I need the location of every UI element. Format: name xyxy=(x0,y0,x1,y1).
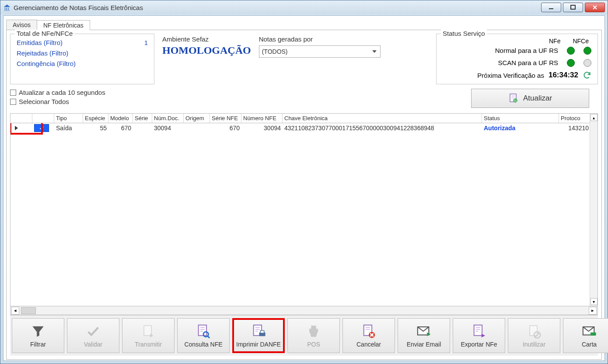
group-totals: Total de NFe/NFCe Emitidas (Filtro)1 Rej… xyxy=(10,34,154,84)
col-serie-nfe[interactable]: Série NFE xyxy=(210,114,241,123)
col-especie[interactable]: Espécie xyxy=(83,114,108,123)
document-cancel-icon xyxy=(361,323,376,339)
scroll-left-icon[interactable]: ◂ xyxy=(11,307,19,315)
cell-serie-nfe: 670 xyxy=(210,125,241,132)
table-row[interactable]: Saída 55 670 30094 670 30094 43211082373… xyxy=(10,123,598,133)
btn-imprimir-danfe[interactable]: Imprimir DANFE xyxy=(232,318,285,353)
cell-tipo: Saída xyxy=(54,125,83,132)
close-button[interactable] xyxy=(585,3,605,12)
svg-rect-13 xyxy=(474,325,482,336)
cell-protocolo: 143210 xyxy=(559,125,591,132)
atualizar-button[interactable]: Atualizar xyxy=(471,89,589,108)
maximize-button[interactable] xyxy=(563,3,583,12)
col-chave[interactable]: Chave Eletrônica xyxy=(283,114,482,123)
btn-exportar-nfe[interactable]: Exportar NFe xyxy=(453,318,505,353)
btn-validar[interactable]: Validar xyxy=(67,318,119,353)
btn-transmitir[interactable]: Transmitir xyxy=(122,318,175,353)
svg-rect-17 xyxy=(591,333,596,336)
svg-rect-1 xyxy=(571,5,575,9)
vertical-scrollbar[interactable]: ▴ ▾ xyxy=(590,114,598,306)
app-icon xyxy=(3,3,11,11)
document-export-icon xyxy=(472,323,486,339)
email-send-icon xyxy=(416,323,431,339)
check-icon xyxy=(86,323,101,339)
bottom-toolbar: Filtrar Validar Transmitir Consulta NFE … xyxy=(10,315,598,356)
btn-enviar-email[interactable]: Enviar Email xyxy=(398,318,450,353)
cell-chave: 4321108237307700017155670000030094122836… xyxy=(283,125,482,132)
scroll-right-icon[interactable]: ▸ xyxy=(589,307,597,315)
titlebar: Gerenciamento de Notas Fiscais Eletrônic… xyxy=(0,0,608,14)
document-search-icon xyxy=(196,323,211,339)
grid-body[interactable]: Saída 55 670 30094 670 30094 43211082373… xyxy=(10,123,598,306)
col-origem[interactable]: Origem xyxy=(184,114,210,123)
notas-por-label: Notas geradas por xyxy=(259,35,381,43)
status-dot xyxy=(567,59,575,67)
svg-rect-14 xyxy=(530,326,537,336)
col-status[interactable]: Status xyxy=(482,114,559,123)
tabstrip: Avisos NF Eletrônicas xyxy=(6,18,602,30)
cell-modelo: 670 xyxy=(108,125,133,132)
btn-pos[interactable]: POS xyxy=(287,318,340,353)
row-checkbox[interactable] xyxy=(34,124,49,132)
printer-icon xyxy=(306,323,321,339)
btn-inutilizar[interactable]: Inutilizar xyxy=(508,318,560,353)
cell-numero-nfe: 30094 xyxy=(241,125,283,132)
col-nfce: NFCe xyxy=(573,38,589,45)
status-dot xyxy=(584,47,591,55)
tab-content: Total de NFe/NFCe Emitidas (Filtro)1 Rej… xyxy=(6,30,602,360)
chk-select-all[interactable]: Selecionar Todos xyxy=(10,98,105,105)
tab-avisos[interactable]: Avisos xyxy=(6,20,37,30)
ambiente-column: Ambiente Sefaz HOMOLOGAÇÃO xyxy=(162,34,251,84)
status-row2-label: SCAN para a UF RS xyxy=(443,57,558,69)
btn-cancelar[interactable]: Cancelar xyxy=(342,318,395,353)
svg-rect-5 xyxy=(199,325,206,336)
notas-por-column: Notas geradas por (TODOS) xyxy=(259,34,381,84)
refresh-icon[interactable] xyxy=(583,71,591,80)
col-modelo[interactable]: Modelo xyxy=(108,114,133,123)
col-serie[interactable]: Série xyxy=(133,114,152,123)
window-title: Gerenciamento de Notas Fiscais Eletrônic… xyxy=(14,4,541,11)
status-legend: Status Serviço xyxy=(441,30,487,37)
status-dot xyxy=(567,47,575,55)
btn-filtrar[interactable]: Filtrar xyxy=(12,318,64,353)
group-status: Status Serviço NFe NFCe Normal para a UF… xyxy=(436,34,598,84)
minimize-button[interactable] xyxy=(541,3,561,12)
rejeitadas-label: Rejeitadas (Filtro) xyxy=(17,48,68,59)
status-row1-label: Normal para a UF RS xyxy=(443,45,558,57)
row-indicator-icon xyxy=(15,126,18,130)
cell-status: Autorizada xyxy=(482,125,559,132)
scroll-up-icon[interactable]: ▴ xyxy=(591,114,598,121)
document-send-icon xyxy=(141,323,156,339)
col-tipo[interactable]: Tipo xyxy=(54,114,83,123)
mail-icon xyxy=(582,323,597,339)
totals-legend: Total de NFe/NFCe xyxy=(15,30,74,37)
svg-rect-0 xyxy=(549,8,553,9)
prox-label: Próxima Verificação as xyxy=(477,72,544,79)
contingencia-label: Contingência (Filtro) xyxy=(17,59,76,69)
scroll-down-icon[interactable]: ▾ xyxy=(591,298,598,305)
tab-nf-eletronicas[interactable]: NF Eletrônicas xyxy=(37,20,90,30)
window: Gerenciamento de Notas Fiscais Eletrônic… xyxy=(0,0,608,364)
client-area: Avisos NF Eletrônicas Total de NFe/NFCe … xyxy=(3,15,605,361)
document-print-icon xyxy=(251,323,266,339)
emitidas-label: Emitidas (Filtro) xyxy=(17,38,63,48)
btn-carta[interactable]: Carta xyxy=(563,318,608,353)
emitidas-value: 1 xyxy=(144,38,148,48)
col-nfe: NFe xyxy=(549,38,560,45)
status-dot-grey xyxy=(584,59,591,67)
chk-auto-update[interactable]: Atualizar a cada 10 segundos xyxy=(10,89,105,96)
btn-consulta-nfe[interactable]: Consulta NFE xyxy=(177,318,230,353)
cell-especie: 55 xyxy=(83,125,108,132)
notas-por-select[interactable]: (TODOS) xyxy=(259,45,381,58)
document-disable-icon xyxy=(527,323,542,339)
horizontal-scrollbar[interactable]: ◂ ▸ xyxy=(10,306,598,315)
window-controls xyxy=(541,3,605,12)
ambiente-value: HOMOLOGAÇÃO xyxy=(162,45,251,56)
scroll-thumb[interactable] xyxy=(21,307,36,314)
col-protocolo[interactable]: Protoco xyxy=(559,114,591,123)
col-numdoc[interactable]: Núm.Doc. xyxy=(152,114,184,123)
svg-rect-9 xyxy=(260,331,264,333)
prox-time: 16:34:32 xyxy=(549,71,578,80)
col-numero-nfe[interactable]: Número NFE xyxy=(241,114,283,123)
mid-row: Atualizar a cada 10 segundos Selecionar … xyxy=(10,89,598,108)
